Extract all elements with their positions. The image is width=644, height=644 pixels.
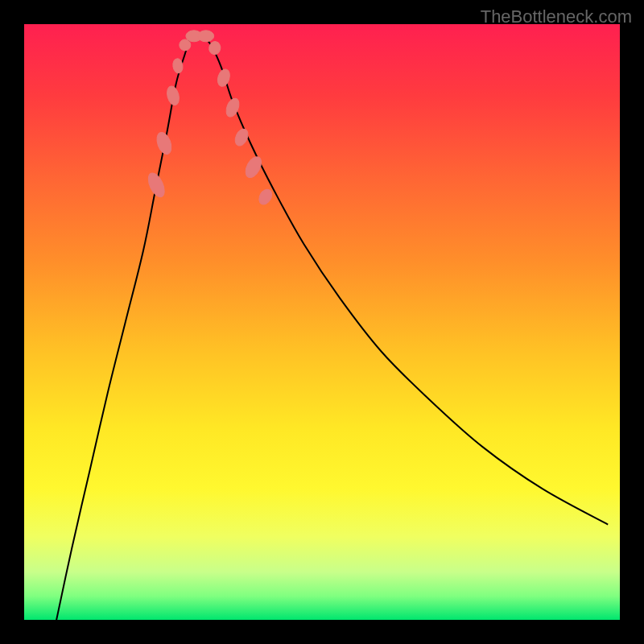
scatter-marker bbox=[172, 58, 184, 73]
plot-area bbox=[24, 24, 620, 620]
scatter-marker bbox=[216, 68, 232, 88]
scatter-marker bbox=[198, 31, 214, 42]
marker-group bbox=[145, 31, 274, 207]
scatter-marker bbox=[257, 187, 275, 206]
curve-layer bbox=[24, 24, 620, 620]
scatter-marker bbox=[233, 127, 250, 148]
watermark-text: TheBottleneck.com bbox=[481, 6, 632, 27]
scatter-marker bbox=[145, 171, 167, 200]
scatter-marker bbox=[155, 130, 175, 156]
bottleneck-curve bbox=[54, 35, 608, 620]
scatter-marker bbox=[165, 85, 181, 106]
scatter-marker bbox=[180, 39, 191, 51]
